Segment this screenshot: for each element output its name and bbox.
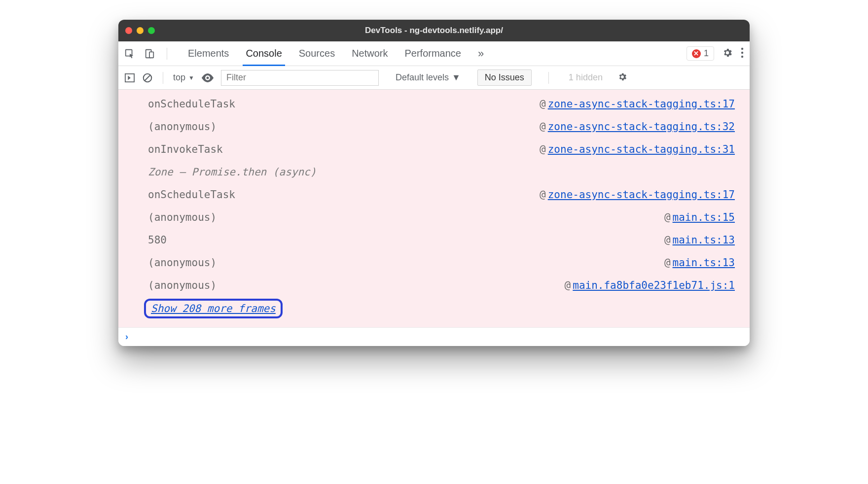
context-label: top <box>173 72 185 83</box>
at-symbol: @ <box>540 121 546 133</box>
tab-elements[interactable]: Elements <box>188 41 229 66</box>
issues-button[interactable]: No Issues <box>477 69 532 86</box>
stack-frame-source: @zone-async-stack-tagging.ts:17 <box>540 96 735 112</box>
stack-frame-source: @zone-async-stack-tagging.ts:32 <box>540 118 735 135</box>
settings-gear-icon[interactable] <box>722 47 733 60</box>
svg-point-3 <box>741 47 743 49</box>
stack-frame-source: @main.fa8bfa0e23f1eb71.js:1 <box>565 277 735 294</box>
stack-frame-function: (anonymous) <box>148 118 217 135</box>
dropdown-triangle-icon: ▼ <box>188 74 194 81</box>
source-link[interactable]: zone-async-stack-tagging.ts:32 <box>548 121 735 133</box>
tab-console[interactable]: Console <box>246 41 282 66</box>
source-link[interactable]: main.ts:15 <box>673 211 735 223</box>
dropdown-triangle-icon: ▼ <box>452 72 461 83</box>
divider <box>548 72 549 84</box>
stack-frame-function: Zone — Promise.then (async) <box>148 164 316 180</box>
console-toolbar: top ▼ Default levels ▼ No Issues 1 hidde… <box>118 66 750 90</box>
divider <box>167 48 167 60</box>
stack-frame-row: onScheduleTask@zone-async-stack-tagging.… <box>118 93 750 115</box>
tab-sources[interactable]: Sources <box>299 41 335 66</box>
minimize-window-icon[interactable] <box>137 27 144 34</box>
error-badge-icon: ✕ <box>692 49 701 58</box>
divider <box>163 72 163 84</box>
stack-frame-source: @main.ts:13 <box>664 254 735 271</box>
stack-frame-row: Zone — Promise.then (async) <box>118 161 750 183</box>
source-link[interactable]: main.fa8bfa0e23f1eb71.js:1 <box>573 279 735 291</box>
tab-network[interactable]: Network <box>352 41 388 66</box>
at-symbol: @ <box>664 234 671 246</box>
live-expression-icon[interactable] <box>201 73 214 82</box>
toggle-sidebar-icon[interactable] <box>124 73 135 83</box>
log-levels-selector[interactable]: Default levels ▼ <box>396 72 461 83</box>
svg-point-5 <box>741 55 743 57</box>
stack-frame-row: (anonymous)@main.fa8bfa0e23f1eb71.js:1 <box>118 274 750 297</box>
at-symbol: @ <box>540 143 546 155</box>
stack-frame-row: (anonymous)@zone-async-stack-tagging.ts:… <box>118 115 750 138</box>
hidden-messages-label: 1 hidden <box>569 72 603 83</box>
stack-frame-function: (anonymous) <box>148 277 217 294</box>
svg-line-8 <box>145 75 150 80</box>
stack-frame-source: @main.ts:15 <box>664 209 735 226</box>
stack-frame-row: onInvokeTask@zone-async-stack-tagging.ts… <box>118 138 750 161</box>
svg-point-9 <box>206 76 209 79</box>
source-link[interactable]: zone-async-stack-tagging.ts:17 <box>548 189 735 201</box>
error-count-pill[interactable]: ✕ 1 <box>687 46 714 61</box>
stack-frame-function: (anonymous) <box>148 254 217 271</box>
stack-frame-source: @zone-async-stack-tagging.ts:31 <box>540 141 735 158</box>
clear-console-icon[interactable] <box>142 72 153 83</box>
filter-input[interactable] <box>221 70 379 86</box>
inspect-element-icon[interactable] <box>124 48 135 59</box>
at-symbol: @ <box>540 189 546 201</box>
traffic-lights <box>125 27 155 34</box>
kebab-menu-icon[interactable] <box>741 47 744 60</box>
device-toolbar-icon[interactable] <box>144 48 155 59</box>
console-body: onScheduleTask@zone-async-stack-tagging.… <box>118 90 750 327</box>
console-prompt[interactable]: › <box>118 327 750 346</box>
levels-label: Default levels <box>396 72 449 83</box>
at-symbol: @ <box>664 211 671 223</box>
maximize-window-icon[interactable] <box>148 27 155 34</box>
stack-frame-row: (anonymous)@main.ts:15 <box>118 206 750 229</box>
main-toolbar: Elements Console Sources Network Perform… <box>118 41 750 66</box>
stack-frame-function: (anonymous) <box>148 209 217 226</box>
stack-frame-function: onScheduleTask <box>148 96 235 112</box>
more-tabs-icon[interactable]: » <box>478 47 484 60</box>
source-link[interactable]: zone-async-stack-tagging.ts:17 <box>548 98 735 110</box>
stack-frame-row: (anonymous)@main.ts:13 <box>118 251 750 274</box>
stack-frame-row: onScheduleTask@zone-async-stack-tagging.… <box>118 183 750 206</box>
stack-frame-function: 580 <box>148 232 167 248</box>
svg-point-4 <box>741 51 743 53</box>
toolbar-right: ✕ 1 <box>687 46 744 61</box>
titlebar: DevTools - ng-devtools.netlify.app/ <box>118 20 750 41</box>
panel-tabs: Elements Console Sources Network Perform… <box>188 41 678 66</box>
stack-frame-source: @main.ts:13 <box>664 232 735 248</box>
window-title: DevTools - ng-devtools.netlify.app/ <box>365 26 503 35</box>
source-link[interactable]: zone-async-stack-tagging.ts:31 <box>548 143 735 155</box>
console-settings-gear-icon[interactable] <box>617 72 627 84</box>
prompt-caret-icon: › <box>125 332 128 342</box>
stack-frame-source: @zone-async-stack-tagging.ts:17 <box>540 186 735 203</box>
stack-frame-row: 580@main.ts:13 <box>118 229 750 251</box>
source-link[interactable]: main.ts:13 <box>673 234 735 246</box>
devtools-window: DevTools - ng-devtools.netlify.app/ Elem… <box>118 20 750 346</box>
close-window-icon[interactable] <box>125 27 132 34</box>
stack-frame-function: onScheduleTask <box>148 186 235 203</box>
context-selector[interactable]: top ▼ <box>173 72 194 83</box>
tab-performance[interactable]: Performance <box>405 41 462 66</box>
at-symbol: @ <box>565 279 571 291</box>
error-count: 1 <box>704 48 709 59</box>
at-symbol: @ <box>664 257 671 269</box>
stack-frame-function: onInvokeTask <box>148 141 223 158</box>
svg-rect-2 <box>149 52 153 58</box>
source-link[interactable]: main.ts:13 <box>673 257 735 269</box>
at-symbol: @ <box>540 98 546 110</box>
show-more-frames-link[interactable]: Show 208 more frames <box>144 299 283 318</box>
